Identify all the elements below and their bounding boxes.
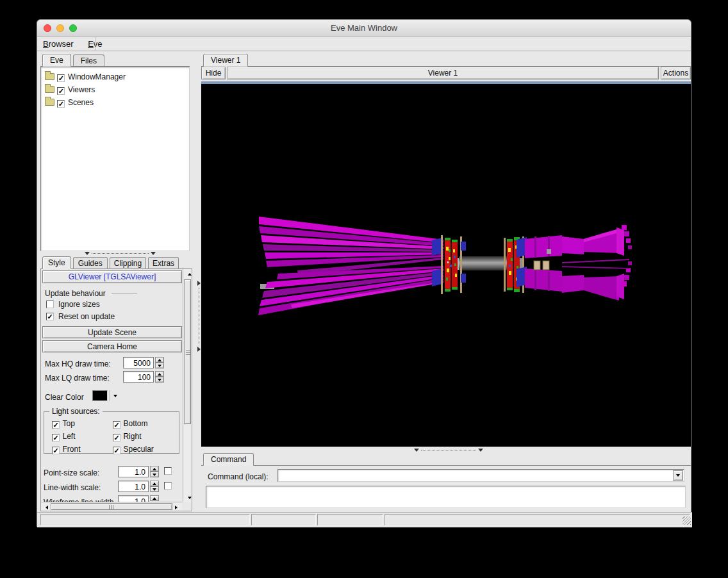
spin-down-icon[interactable] (155, 377, 164, 383)
resize-grip-icon[interactable] (682, 516, 691, 525)
thumb-grip (109, 505, 115, 509)
menu-browser[interactable]: Browser (37, 37, 79, 49)
point-size-checkbox[interactable] (164, 467, 172, 475)
tab-extras[interactable]: Extras (148, 257, 179, 268)
splitter-arrow-icon (151, 252, 156, 255)
tab-style[interactable]: Style (42, 256, 71, 269)
style-vertical-scrollbar[interactable] (183, 269, 192, 502)
command-output (206, 486, 686, 508)
command-local-label: Command (local): (208, 472, 269, 481)
clear-color-dropdown-icon[interactable] (111, 393, 120, 399)
max-hq-spinner[interactable]: 5000 (123, 357, 164, 368)
spin-down-icon[interactable] (155, 363, 164, 368)
thumb-grip (186, 349, 190, 355)
folder-icon (45, 73, 54, 80)
spin-up-icon[interactable] (150, 466, 159, 472)
reset-on-update-checkbox[interactable]: ✓ (46, 313, 54, 320)
line-width-spinner[interactable]: 1.0 (118, 481, 159, 492)
status-segment (251, 514, 316, 525)
light-top[interactable]: ✓ Top (52, 417, 113, 430)
splitter-dots (421, 450, 476, 450)
tab-viewer-1[interactable]: Viewer 1 (203, 54, 248, 67)
point-size-spinner[interactable]: 1.0 (118, 466, 159, 477)
status-segment (40, 514, 250, 525)
update-scene-button[interactable]: Update Scene (42, 326, 182, 338)
light-specular[interactable]: ✓ Specular (113, 443, 174, 456)
tab-eve[interactable]: Eve (42, 54, 71, 67)
scroll-left-icon[interactable] (42, 504, 51, 510)
splitter-arrow-icon (478, 449, 483, 452)
folder-icon (45, 99, 54, 106)
clear-color-swatch[interactable] (92, 390, 108, 401)
scroll-up-icon[interactable] (185, 271, 194, 277)
command-splitter[interactable] (201, 448, 691, 452)
menu-divider (95, 37, 95, 51)
left-tabbar: Eve Files (40, 53, 190, 67)
spin-down-icon[interactable] (150, 472, 159, 477)
light-front[interactable]: ✓ Front (52, 443, 113, 456)
spin-up-icon[interactable] (155, 371, 164, 377)
camera-home-button[interactable]: Camera Home (42, 340, 182, 352)
scroll-down-icon[interactable] (185, 495, 194, 500)
max-lq-spinner[interactable]: 100 (123, 371, 164, 383)
tree-item-scenes[interactable]: ✓ Scenes (42, 95, 188, 108)
command-input[interactable] (277, 469, 684, 482)
spin-up-icon[interactable] (150, 481, 159, 486)
detector-visualization[interactable] (201, 81, 691, 447)
combobox-dropdown-icon[interactable] (673, 470, 683, 481)
title-bar[interactable]: Eve Main Window (37, 20, 691, 37)
splitter-arrow-icon (414, 449, 419, 452)
scrollbar-thumb[interactable] (184, 279, 191, 424)
viewer-title-bar[interactable]: Viewer 1 (227, 67, 659, 79)
style-horizontal-scrollbar[interactable] (41, 502, 182, 511)
ignore-sizes-label: Ignore sizes (58, 300, 100, 309)
status-segment (385, 514, 690, 525)
ignore-sizes-checkbox[interactable] (46, 301, 54, 308)
actions-menu-button[interactable]: Actions (661, 67, 691, 79)
style-panel: GLViewer [TGLSAViewer] Update behaviour … (40, 269, 192, 511)
command-combobox[interactable] (277, 469, 684, 482)
line-width-checkbox[interactable] (164, 482, 172, 490)
glviewer-link[interactable]: GLViewer [TGLSAViewer] (42, 270, 182, 283)
splitter-dots (199, 288, 199, 345)
tab-clipping[interactable]: Clipping (110, 257, 146, 268)
tree-checkbox[interactable]: ✓ (57, 87, 65, 95)
tab-files[interactable]: Files (73, 54, 104, 66)
spin-down-icon[interactable] (150, 486, 159, 492)
viewer-tabbar: Viewer 1 (201, 53, 691, 67)
reset-on-update-label: Reset on update (58, 312, 115, 321)
menu-bar: Browser Eve (37, 37, 691, 51)
update-behaviour-label: Update behaviour (45, 289, 106, 298)
tree-item-windowmanager[interactable]: ✓ WindowManager (42, 70, 188, 83)
vertical-splitter[interactable] (197, 53, 201, 511)
tab-guides[interactable]: Guides (73, 257, 108, 268)
max-lq-value[interactable]: 100 (123, 371, 154, 383)
tree-item-viewers[interactable]: ✓ Viewers (42, 83, 188, 95)
tree-checkbox[interactable]: ✓ (57, 74, 65, 82)
line-width-value[interactable]: 1.0 (118, 481, 149, 492)
eve-main-window: Eve Main Window Browser Eve Eve Files ✓ … (37, 19, 691, 527)
left-horizontal-splitter[interactable] (40, 251, 190, 256)
spin-up-icon[interactable] (155, 357, 164, 363)
tab-command[interactable]: Command (203, 453, 254, 466)
splitter-arrow-icon (85, 252, 90, 255)
line-width-label: Line-width scale: (44, 483, 101, 492)
hide-button[interactable]: Hide (201, 67, 226, 79)
splitter-arrow-icon (197, 347, 201, 352)
light-bottom[interactable]: ✓ Bottom (113, 417, 174, 430)
scroll-right-icon[interactable] (172, 504, 181, 510)
light-left[interactable]: ✓ Left (52, 430, 113, 443)
command-tabbar: Command (201, 453, 691, 466)
tree-checkbox[interactable]: ✓ (57, 100, 65, 108)
status-bar (37, 512, 692, 527)
window-title: Eve Main Window (37, 23, 691, 33)
max-hq-value[interactable]: 5000 (123, 357, 154, 368)
scrollbar-thumb[interactable] (51, 503, 172, 510)
style-tabbar: Style Guides Clipping Extras (40, 256, 192, 269)
point-size-value[interactable]: 1.0 (118, 466, 149, 477)
spin-up-icon[interactable] (150, 495, 159, 501)
light-right[interactable]: ✓ Right (113, 430, 174, 443)
max-hq-label: Max HQ draw time: (45, 359, 111, 368)
point-size-label: Point-size scale: (44, 468, 99, 477)
gl-viewport[interactable] (201, 81, 691, 447)
